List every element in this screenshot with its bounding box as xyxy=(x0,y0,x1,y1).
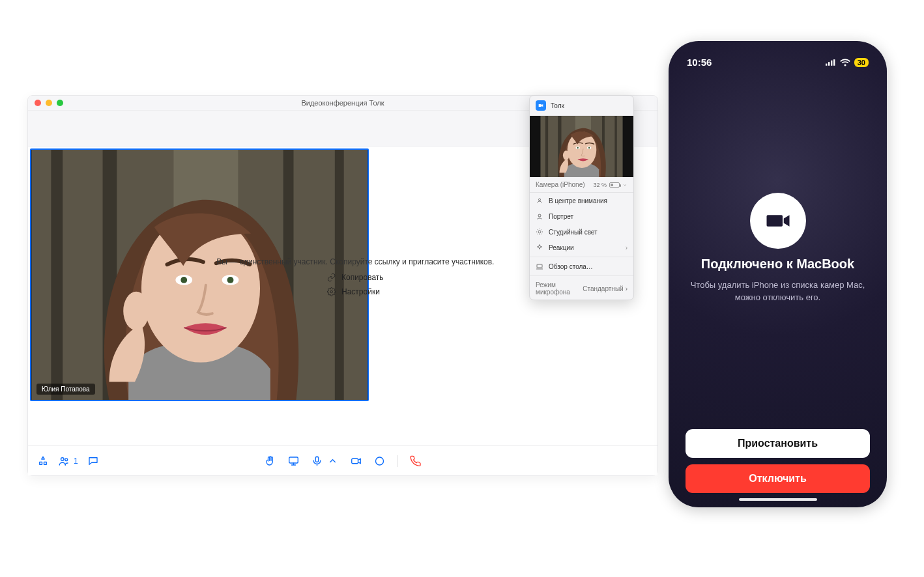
camera-icon xyxy=(351,455,362,467)
layout-icon xyxy=(37,455,49,467)
svg-rect-24 xyxy=(826,63,827,65)
pause-button[interactable]: Приостановить xyxy=(686,429,870,458)
portrait-icon xyxy=(536,212,543,220)
self-video-tile[interactable]: Юлия Потапова xyxy=(30,148,369,401)
desk-icon xyxy=(536,262,543,270)
phone-title: Подключено к MacBook xyxy=(701,257,854,272)
svg-point-20 xyxy=(539,199,541,201)
portrait-label: Портрет xyxy=(549,213,573,220)
svg-point-14 xyxy=(61,457,65,460)
sun-icon xyxy=(536,228,543,236)
person-frame-icon xyxy=(536,197,543,204)
battery-icon xyxy=(609,182,620,188)
desk-view-item[interactable]: Обзор стола… xyxy=(530,259,633,274)
svg-rect-17 xyxy=(315,457,319,462)
participants-button[interactable] xyxy=(58,455,70,467)
phone-battery-value: 30 xyxy=(858,59,865,66)
phone-buttons: Приостановить Отключить xyxy=(680,429,875,493)
mic-options-button[interactable] xyxy=(327,455,339,467)
svg-point-15 xyxy=(65,458,68,460)
portrait-item[interactable]: Портрет xyxy=(530,208,633,224)
phone-main: Подключено к MacBook Чтобы удалить iPhon… xyxy=(680,68,875,429)
settings-label: Настройки xyxy=(341,287,380,296)
popover-header: Толк xyxy=(530,96,633,116)
phone-time: 10:56 xyxy=(687,57,712,68)
layout-button[interactable] xyxy=(37,455,49,467)
circle-icon xyxy=(374,455,386,467)
solo-actions: Копировать Настройки xyxy=(327,273,384,296)
popover-separator xyxy=(530,257,633,257)
mic-mode-value: Стандартный xyxy=(583,285,623,292)
phone-continuity-screen: 10:56 30 Подключено к MacBook Чтобы удал… xyxy=(669,41,887,507)
hand-icon xyxy=(265,455,276,467)
wifi-icon xyxy=(840,59,850,66)
chevron-down-icon[interactable] xyxy=(622,182,628,188)
phone-subtitle: Чтобы удалить iPhone из списка камер Mac… xyxy=(684,279,871,304)
svg-point-22 xyxy=(538,231,541,233)
reactions-item[interactable]: Реакции › xyxy=(530,240,633,255)
gear-icon xyxy=(327,287,336,296)
camera-source-popover: Толк Камера (iPhone) 32 % В центре внима… xyxy=(529,95,634,300)
settings-button[interactable]: Настройки xyxy=(327,287,380,296)
disconnect-button[interactable]: Отключить xyxy=(686,464,870,493)
camera-button[interactable] xyxy=(351,455,362,467)
chat-icon xyxy=(87,455,99,467)
phone-icon xyxy=(410,455,422,467)
phone-battery-badge: 30 xyxy=(854,58,869,67)
call-toolbar: 1 xyxy=(28,445,657,475)
cellular-icon xyxy=(826,59,836,66)
camera-battery-pct: 32 % xyxy=(593,182,607,188)
center-stage-item[interactable]: В центре внимания xyxy=(530,193,633,208)
reactions-label: Реакции xyxy=(549,244,574,251)
camera-device-row: Камера (iPhone) 32 % xyxy=(530,177,633,193)
leave-call-button[interactable] xyxy=(410,455,422,467)
svg-rect-16 xyxy=(289,457,298,463)
screenshare-button[interactable] xyxy=(288,455,300,467)
popover-app-name: Толк xyxy=(551,102,564,109)
camera-device-label: Камера (iPhone) xyxy=(536,181,585,188)
camera-glyph-circle xyxy=(750,193,806,249)
copy-link-label: Копировать xyxy=(341,273,384,282)
camera-preview-thumbnail xyxy=(530,116,633,177)
link-icon xyxy=(327,273,336,282)
svg-point-21 xyxy=(538,214,541,217)
svg-rect-25 xyxy=(828,62,830,66)
popover-separator xyxy=(530,275,633,276)
mic-icon xyxy=(311,455,323,467)
copy-link-button[interactable]: Копировать xyxy=(327,273,384,282)
camera-glyph-icon xyxy=(764,207,792,234)
chevron-right-icon: › xyxy=(626,244,628,251)
sparkle-icon xyxy=(536,244,543,251)
self-video-feed xyxy=(31,150,368,400)
svg-rect-27 xyxy=(833,59,835,66)
raise-hand-button[interactable] xyxy=(265,455,276,467)
svg-rect-26 xyxy=(831,60,832,65)
camera-battery: 32 % xyxy=(593,182,628,188)
microphone-button[interactable] xyxy=(311,455,323,467)
svg-rect-18 xyxy=(352,458,358,464)
center-stage-label: В центре внимания xyxy=(549,197,607,204)
people-icon xyxy=(58,455,70,467)
participants-count: 1 xyxy=(74,457,78,466)
monitor-icon xyxy=(288,455,300,467)
chevron-up-icon xyxy=(327,455,339,467)
participant-name-chip: Юлия Потапова xyxy=(36,384,95,395)
mic-mode-label: Режим микрофона xyxy=(536,281,583,296)
solo-participant-message: Вы — единственный участник. Скопируйте с… xyxy=(216,257,494,266)
svg-point-13 xyxy=(330,290,333,293)
svg-rect-23 xyxy=(537,264,542,268)
desk-view-label: Обзор стола… xyxy=(549,263,593,270)
studio-light-item[interactable]: Студийный свет xyxy=(530,224,633,240)
chevron-right-icon: › xyxy=(626,285,628,292)
chat-button[interactable] xyxy=(87,455,99,467)
mic-mode-row[interactable]: Режим микрофона Стандартный › xyxy=(530,277,633,300)
video-icon xyxy=(538,102,544,109)
divider xyxy=(397,455,398,467)
phone-status-bar: 10:56 30 xyxy=(680,53,875,68)
svg-point-19 xyxy=(376,457,384,465)
app-icon xyxy=(536,100,546,111)
studio-light-label: Студийный свет xyxy=(549,229,598,236)
record-button[interactable] xyxy=(374,455,386,467)
